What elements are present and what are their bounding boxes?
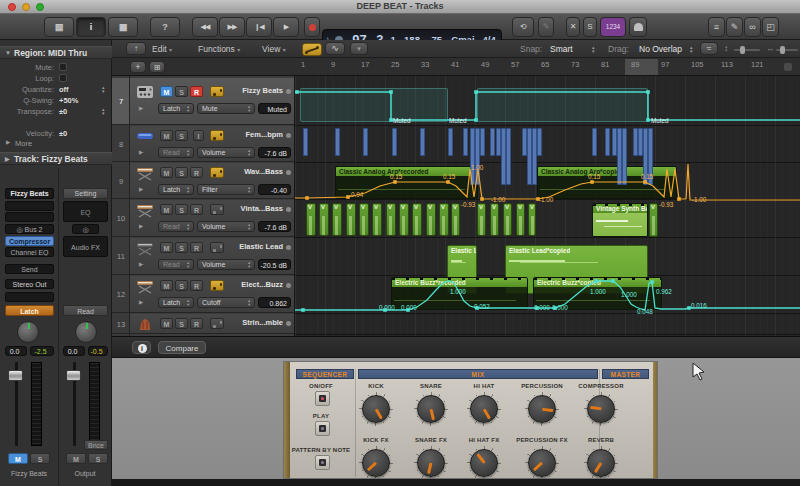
automation-mode-select[interactable]: Read▴ ▾ [158, 259, 194, 270]
param-value[interactable]: off [59, 84, 69, 95]
compressor-knob[interactable] [587, 395, 615, 423]
horizontal-zoom-handle[interactable] [780, 46, 785, 54]
track-number[interactable]: 12 [112, 276, 130, 313]
channel-eq-insert[interactable]: Channel EQ [5, 247, 54, 257]
midi-region-mini[interactable]: V [386, 203, 396, 236]
filter-button[interactable]: ▼ [350, 42, 368, 55]
mute-button[interactable]: M [8, 453, 28, 464]
track-solo-button[interactable]: S [175, 167, 188, 178]
disclosure-right-icon[interactable]: ▶ [139, 261, 143, 267]
midi-region-mini[interactable]: V [451, 203, 460, 236]
bounce-button[interactable]: Bnce [84, 440, 108, 450]
muted-region[interactable] [300, 88, 448, 122]
percussion-knob[interactable] [528, 395, 556, 423]
menu-functions[interactable]: Functions ▾ [198, 40, 240, 59]
automation-mode-read[interactable]: Read [63, 305, 108, 316]
track-mute-button[interactable]: M [160, 204, 173, 215]
track-header-vinta-bass[interactable]: MSRVinta...Bass▶Read▴ ▾Volume▴ ▾-7.6 dB [130, 200, 295, 237]
track-record-button[interactable]: R [190, 280, 203, 291]
track-header-elect-buzz[interactable]: MSRElect...Buzz▶Latch▴ ▾Cutoff▴ ▾0.862 [130, 276, 295, 313]
track-mute-button[interactable]: M [160, 86, 173, 97]
add-multiple-tracks-button[interactable]: ⊞ [149, 61, 165, 73]
midi-region-mini[interactable]: V [490, 203, 499, 236]
channel-setting-button[interactable]: Setting [63, 188, 108, 199]
play-button[interactable] [315, 421, 330, 436]
send-slot[interactable]: Send [5, 264, 54, 274]
automation-node[interactable] [295, 90, 299, 94]
track-number[interactable]: 13 [112, 314, 130, 334]
automation-enable-icon[interactable] [210, 242, 224, 253]
automation-mode-select[interactable]: Read▴ ▾ [158, 147, 194, 158]
track-solo-button[interactable]: S [175, 204, 188, 215]
disclosure-right-icon[interactable]: ▶ [139, 223, 143, 229]
track-number[interactable]: 11 [112, 238, 130, 275]
disclosure-right-icon[interactable]: ▶ [139, 149, 143, 155]
automation-mode-select[interactable]: Latch▴ ▾ [158, 297, 194, 308]
track-number[interactable]: 8 [112, 126, 130, 162]
midi-region[interactable]: Electric Buzz*copied [533, 277, 662, 310]
param-value[interactable]: ±0 [59, 106, 67, 117]
midi-region-mini[interactable]: V [359, 203, 369, 236]
pan-knob[interactable] [17, 321, 39, 343]
hi-hat-knob[interactable] [470, 395, 498, 423]
track-mute-button[interactable]: M [160, 130, 173, 141]
forward-button[interactable]: ▶▶ [219, 17, 245, 37]
automation-enable-icon[interactable] [210, 86, 224, 97]
midi-region-mini[interactable]: V [372, 203, 382, 236]
note-pads-button[interactable]: ✎ [726, 17, 743, 37]
solo-button[interactable]: S [30, 453, 50, 464]
track-number[interactable]: 9 [112, 163, 130, 199]
track-mute-button[interactable]: M [160, 242, 173, 253]
automation-node[interactable] [301, 308, 305, 312]
automation-enable-icon[interactable] [210, 130, 224, 141]
midi-region-mini[interactable]: V [346, 203, 356, 236]
track-solo-button[interactable]: S [175, 318, 188, 329]
track-solo-button[interactable]: S [175, 130, 188, 141]
muted-region[interactable] [477, 88, 648, 122]
midi-region-mini[interactable]: V [306, 203, 316, 236]
automation-enable-icon[interactable] [210, 318, 224, 329]
record-button[interactable] [304, 17, 320, 37]
midi-region[interactable]: Electric Buzz*recorded [391, 277, 528, 310]
param-stepper-icon[interactable]: ▴ ▾ [102, 107, 105, 115]
rewind-button[interactable]: ◀◀ [192, 17, 218, 37]
plugin-info-button[interactable]: i [132, 341, 151, 354]
midi-region-mini[interactable]: V [426, 203, 436, 236]
mute-button[interactable]: M [66, 453, 86, 464]
param-value[interactable]: +50% [59, 95, 78, 106]
hi-hat-fx-knob[interactable] [470, 449, 498, 477]
automation-param-select[interactable]: Mute▴ ▾ [197, 103, 255, 114]
track-number[interactable]: 10 [112, 200, 130, 237]
autopunch-button[interactable]: ✎ [538, 17, 554, 37]
midi-region-mini[interactable]: V [319, 203, 329, 236]
track-mute-button[interactable]: M [160, 280, 173, 291]
midi-region[interactable]: Vintage Synth Bas [592, 203, 648, 237]
stop-button[interactable]: ❙◀ [246, 17, 272, 37]
automation-node[interactable] [687, 306, 691, 310]
midi-region-mini[interactable]: V [399, 203, 409, 236]
track-number[interactable]: 7 [112, 78, 130, 125]
bus-send-slot[interactable]: ◎ Bus 2 [5, 224, 54, 234]
midi-region-mini[interactable]: V [516, 203, 525, 236]
compressor-insert[interactable]: Compressor [5, 236, 54, 246]
track-header-fizzy-beats[interactable]: MSRFizzy Beats▶Latch▴ ▾Mute▴ ▾Muted [130, 78, 295, 125]
pattern-by-note-button[interactable] [315, 455, 330, 470]
midi-fx-slot[interactable] [5, 201, 54, 211]
replace-button[interactable]: ✕ [566, 17, 580, 37]
kick-fx-knob[interactable] [362, 449, 390, 477]
midi-region-mini[interactable]: V [528, 203, 536, 236]
cycle-region[interactable] [625, 59, 658, 75]
automation-mode-select[interactable]: Latch▴ ▾ [158, 103, 194, 114]
quick-help-button[interactable]: ? [150, 17, 180, 37]
drag-stepper-icon[interactable]: ▴▾ [690, 45, 693, 53]
solo-button[interactable]: S [583, 17, 597, 37]
vertical-zoom-slider[interactable] [734, 49, 760, 51]
solo-button[interactable]: S [88, 453, 108, 464]
track-solo-button[interactable]: S [175, 280, 188, 291]
output-slot[interactable]: Stereo Out [5, 279, 54, 289]
input-monitor-button[interactable]: I [193, 130, 204, 141]
gain-reduction-meter[interactable]: ◎ [72, 224, 99, 234]
param-value[interactable]: ±0 [59, 128, 67, 139]
region-inspector-header[interactable]: ▼Region: MIDI Thru [0, 46, 112, 59]
track-solo-button[interactable]: S [175, 86, 188, 97]
